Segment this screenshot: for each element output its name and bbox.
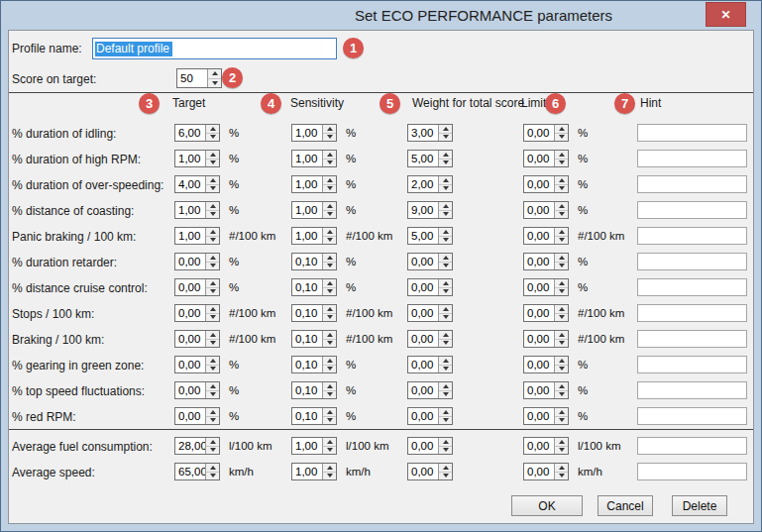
limit-spinner[interactable]: 0,00 bbox=[523, 437, 569, 455]
spin-up-button[interactable] bbox=[555, 464, 568, 472]
target-spinner[interactable]: 0,00 bbox=[174, 407, 220, 425]
spin-up-button[interactable] bbox=[555, 176, 568, 184]
sensitivity-spinner[interactable]: 1,00 bbox=[291, 437, 337, 455]
hint-input[interactable] bbox=[637, 124, 747, 142]
spin-up-button[interactable] bbox=[439, 464, 452, 472]
spin-up-button[interactable] bbox=[439, 305, 452, 313]
sensitivity-spinner[interactable]: 0,10 bbox=[291, 253, 337, 270]
spin-up-button[interactable] bbox=[439, 382, 452, 390]
spin-down-button[interactable] bbox=[323, 313, 336, 322]
spin-up-button[interactable] bbox=[555, 331, 568, 339]
spin-up-button[interactable] bbox=[208, 69, 221, 78]
spin-down-button[interactable] bbox=[323, 236, 336, 245]
spin-down-button[interactable] bbox=[323, 287, 336, 296]
hint-input[interactable] bbox=[637, 150, 747, 167]
spin-down-button[interactable] bbox=[206, 472, 219, 480]
limit-spinner[interactable]: 0,00 bbox=[523, 278, 569, 296]
spin-down-button[interactable] bbox=[323, 262, 336, 270]
spin-up-button[interactable] bbox=[555, 305, 568, 313]
target-spinner[interactable]: 0,00 bbox=[174, 304, 220, 322]
target-spinner[interactable]: 1,00 bbox=[174, 150, 220, 167]
spin-down-button[interactable] bbox=[206, 133, 219, 142]
spin-up-button[interactable] bbox=[555, 202, 568, 210]
sensitivity-spinner[interactable]: 1,00 bbox=[291, 463, 337, 480]
spin-up-button[interactable] bbox=[206, 382, 219, 390]
spin-down-button[interactable] bbox=[206, 236, 219, 245]
profile-name-input[interactable]: Default profile bbox=[92, 38, 337, 59]
spin-up-button[interactable] bbox=[206, 176, 219, 184]
spin-down-button[interactable] bbox=[206, 416, 219, 425]
spin-up-button[interactable] bbox=[206, 151, 219, 159]
spin-down-button[interactable] bbox=[323, 365, 336, 373]
hint-input[interactable] bbox=[637, 437, 747, 455]
sensitivity-spinner[interactable]: 0,10 bbox=[291, 407, 337, 425]
weight-spinner[interactable]: 0,00 bbox=[407, 463, 453, 480]
spin-down-button[interactable] bbox=[555, 472, 568, 480]
spin-down-button[interactable] bbox=[206, 446, 219, 455]
spin-up-button[interactable] bbox=[555, 357, 568, 365]
spin-down-button[interactable] bbox=[555, 339, 568, 348]
sensitivity-spinner[interactable]: 0,10 bbox=[291, 330, 337, 348]
limit-spinner[interactable]: 0,00 bbox=[523, 381, 569, 399]
spin-up-button[interactable] bbox=[439, 151, 452, 159]
spin-down-button[interactable] bbox=[323, 472, 336, 480]
hint-input[interactable] bbox=[637, 227, 747, 245]
spin-down-button[interactable] bbox=[439, 262, 452, 270]
spin-down-button[interactable] bbox=[323, 339, 336, 348]
target-spinner[interactable]: 0,00 bbox=[174, 381, 220, 399]
spin-down-button[interactable] bbox=[439, 287, 452, 296]
spin-down-button[interactable] bbox=[439, 446, 452, 455]
spin-up-button[interactable] bbox=[323, 202, 336, 210]
limit-spinner[interactable]: 0,00 bbox=[523, 330, 569, 348]
spin-up-button[interactable] bbox=[323, 305, 336, 313]
score-on-target-spinner[interactable]: 50 bbox=[176, 68, 222, 88]
limit-spinner[interactable]: 0,00 bbox=[523, 253, 569, 270]
spin-up-button[interactable] bbox=[323, 176, 336, 184]
spin-down-button[interactable] bbox=[439, 390, 452, 399]
close-button[interactable]: ✕ bbox=[706, 2, 746, 27]
spin-down-button[interactable] bbox=[555, 390, 568, 399]
hint-input[interactable] bbox=[637, 381, 747, 399]
spin-up-button[interactable] bbox=[206, 408, 219, 416]
spin-up-button[interactable] bbox=[323, 228, 336, 236]
spin-up-button[interactable] bbox=[439, 176, 452, 184]
delete-button[interactable]: Delete bbox=[672, 495, 727, 516]
limit-spinner[interactable]: 0,00 bbox=[523, 175, 569, 193]
weight-spinner[interactable]: 0,00 bbox=[407, 278, 453, 296]
sensitivity-spinner[interactable]: 0,10 bbox=[291, 381, 337, 399]
spin-up-button[interactable] bbox=[555, 382, 568, 390]
target-spinner[interactable]: 0,00 bbox=[174, 278, 220, 296]
hint-input[interactable] bbox=[637, 253, 747, 270]
spin-up-button[interactable] bbox=[555, 151, 568, 159]
spin-up-button[interactable] bbox=[555, 228, 568, 236]
spin-down-button[interactable] bbox=[323, 210, 336, 219]
spin-up-button[interactable] bbox=[206, 438, 219, 446]
spin-up-button[interactable] bbox=[323, 254, 336, 262]
hint-input[interactable] bbox=[637, 463, 747, 480]
hint-input[interactable] bbox=[637, 201, 747, 219]
spin-up-button[interactable] bbox=[323, 151, 336, 159]
spin-down-button[interactable] bbox=[323, 133, 336, 142]
hint-input[interactable] bbox=[637, 175, 747, 193]
weight-spinner[interactable]: 0,00 bbox=[407, 407, 453, 425]
spin-up-button[interactable] bbox=[323, 125, 336, 133]
weight-spinner[interactable]: 9,00 bbox=[407, 201, 453, 219]
spin-up-button[interactable] bbox=[323, 331, 336, 339]
spin-down-button[interactable] bbox=[555, 210, 568, 219]
spin-down-button[interactable] bbox=[206, 210, 219, 219]
spin-down-button[interactable] bbox=[323, 184, 336, 193]
limit-spinner[interactable]: 0,00 bbox=[523, 150, 569, 167]
ok-button[interactable]: OK bbox=[511, 495, 583, 516]
spin-down-button[interactable] bbox=[323, 390, 336, 399]
spin-up-button[interactable] bbox=[555, 254, 568, 262]
sensitivity-spinner[interactable]: 1,00 bbox=[291, 175, 337, 193]
hint-input[interactable] bbox=[637, 356, 747, 373]
spin-down-button[interactable] bbox=[439, 184, 452, 193]
spin-down-button[interactable] bbox=[206, 262, 219, 270]
spin-down-button[interactable] bbox=[439, 210, 452, 219]
weight-spinner[interactable]: 3,00 bbox=[407, 124, 453, 142]
spin-down-button[interactable] bbox=[555, 365, 568, 373]
limit-spinner[interactable]: 0,00 bbox=[523, 356, 569, 373]
spin-down-button[interactable] bbox=[323, 446, 336, 455]
spin-up-button[interactable] bbox=[555, 125, 568, 133]
